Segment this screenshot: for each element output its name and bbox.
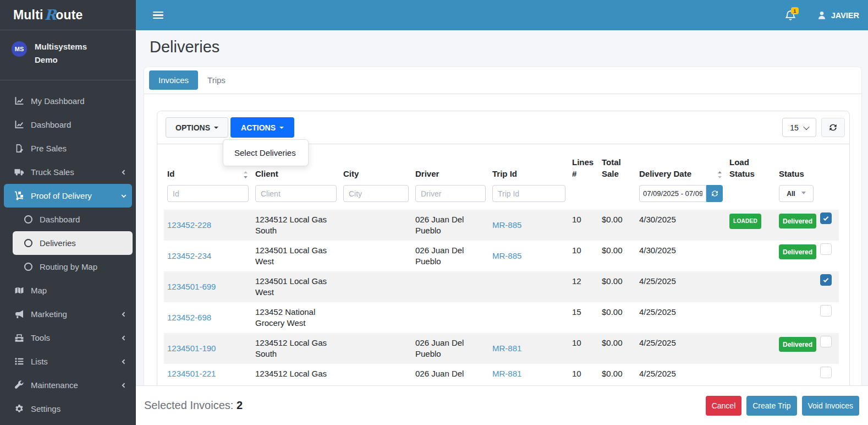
client-cell: 1234501 Local Gas West [252, 241, 340, 271]
sidebar-item-dashboard[interactable]: Dashboard [4, 113, 132, 137]
invoice-id-link[interactable]: 123452-234 [167, 251, 211, 260]
row-checkbox[interactable] [820, 367, 832, 378]
trip-id-link[interactable]: MR-881 [492, 344, 521, 353]
sort-icon [717, 171, 723, 179]
column-header-status[interactable]: Status [776, 144, 817, 185]
tab-bar: InvoicesTrips [144, 67, 861, 94]
notification-badge: 1 [791, 7, 799, 14]
brand-logo[interactable]: MultiRoute [0, 0, 136, 30]
city-cell [340, 210, 412, 241]
row-checkbox[interactable] [820, 336, 832, 347]
gear-icon [14, 404, 25, 413]
chevron-left-icon [120, 311, 127, 318]
user-menu[interactable]: JAVIER [817, 10, 859, 20]
table-row: 1234501-699 1234501 Local Gas West 12 $0… [164, 271, 839, 302]
client-cell: 1234512 Local Gas [252, 364, 340, 384]
column-header-trip-id[interactable]: Trip Id [489, 144, 569, 185]
menu-item-select-deliveries[interactable]: Select Deliveries [223, 144, 308, 161]
tab-invoices[interactable]: Invoices [149, 70, 198, 90]
invoice-id-link[interactable]: 123452-228 [167, 220, 211, 230]
row-checkbox[interactable] [820, 243, 832, 255]
delivery-date-cell: 4/25/2025 [636, 302, 726, 333]
tab-trips[interactable]: Trips [198, 70, 235, 90]
invoice-id-link[interactable]: 1234501-190 [167, 344, 216, 353]
filter-date-range-input[interactable] [639, 185, 706, 202]
hamburger-menu-icon[interactable] [153, 10, 163, 20]
selection-footer: Selected Invoices: 2 CancelCreate TripVo… [136, 385, 868, 425]
user-panel-name: Multisystems Demo [35, 40, 101, 67]
create-trip-button[interactable]: Create Trip [746, 396, 796, 416]
actions-button[interactable]: ACTIONS [230, 117, 294, 138]
total-sale-cell: $0.00 [598, 333, 636, 364]
column-header-select [817, 144, 839, 185]
refresh-icon [711, 189, 719, 198]
column-header-load-status[interactable]: Load Status [726, 144, 776, 185]
filter-city-input[interactable] [343, 185, 409, 202]
bullhorn-icon [14, 309, 25, 319]
city-cell [340, 241, 412, 271]
invoice-id-link[interactable]: 1234501-699 [167, 282, 216, 291]
delivery-status-badge: Delivered [779, 244, 816, 259]
chevron-left-icon [120, 382, 127, 389]
brand-part1: Multi [13, 8, 43, 23]
sidebar-item-tools[interactable]: Tools [4, 326, 132, 350]
chevron-down-icon [803, 123, 809, 129]
cancel-button[interactable]: Cancel [706, 396, 742, 416]
filter-id-input[interactable] [167, 185, 249, 202]
sidebar-item-my-dashboard[interactable]: My Dashboard [4, 89, 132, 113]
caret-down-icon [214, 127, 218, 129]
sidebar-item-routing-by-map[interactable]: Routing by Map [13, 255, 133, 279]
sidebar-item-proof-of-delivery[interactable]: Proof of Delivery [4, 184, 132, 208]
caret-down-icon [801, 192, 806, 194]
deliveries-card: InvoicesTrips OPTIONS ACTIONS 15 Select … [144, 67, 861, 425]
sidebar-item-deliveries[interactable]: Deliveries [13, 231, 133, 255]
lines-cell: 10 [569, 364, 598, 384]
map-icon [14, 286, 25, 295]
city-cell [340, 302, 412, 333]
sidebar-item-settings[interactable]: Settings [4, 397, 132, 421]
chart-line-icon [14, 96, 25, 106]
avatar: MS [12, 41, 27, 57]
filter-client-input[interactable] [255, 185, 337, 202]
column-header-city[interactable]: City [340, 144, 412, 185]
sidebar-item-lists[interactable]: Lists [4, 350, 132, 373]
driver-cell: 026 Juan Del Pueblo [412, 241, 489, 271]
sidebar-item-marketing[interactable]: Marketing [4, 302, 132, 326]
trip-id-link[interactable]: MR-885 [492, 220, 521, 230]
options-button[interactable]: OPTIONS [166, 117, 228, 138]
trip-id-link[interactable]: MR-881 [492, 369, 521, 378]
void-invoices-button[interactable]: Void Invoices [802, 396, 860, 416]
column-header-driver[interactable]: Driver [412, 144, 489, 185]
sidebar-item-pre-sales[interactable]: Pre Sales [4, 137, 132, 160]
invoice-id-link[interactable]: 123452-698 [167, 313, 211, 322]
topbar: 1 JAVIER [136, 0, 868, 30]
invoice-id-link[interactable]: 1234501-221 [167, 369, 216, 378]
sidebar-item-map[interactable]: Map [4, 279, 132, 302]
user-panel[interactable]: MS Multisystems Demo [0, 30, 136, 80]
date-refresh-button[interactable] [706, 185, 723, 202]
dolly-icon [14, 191, 25, 200]
filter-status-select[interactable]: All [779, 185, 814, 202]
trip-id-link[interactable]: MR-885 [492, 251, 521, 260]
column-header-delivery-date[interactable]: Delivery Date [636, 144, 726, 185]
content: Deliveries InvoicesTrips OPTIONS ACTIONS… [136, 30, 868, 425]
filter-driver-input[interactable] [415, 185, 486, 202]
sidebar-item-dashboard[interactable]: Dashboard [13, 208, 133, 231]
page-size-select[interactable]: 15 [782, 118, 816, 137]
refresh-button[interactable] [821, 118, 845, 137]
sort-icon [243, 171, 249, 179]
column-header-lines[interactable]: Lines # [569, 144, 598, 185]
row-checkbox[interactable] [820, 305, 832, 317]
client-cell: 1234512 Local Gas South [252, 210, 340, 241]
column-header-total-sale[interactable]: Total Sale [598, 144, 636, 185]
sidebar-item-maintenance[interactable]: Maintenance [4, 373, 132, 397]
lines-cell: 10 [569, 210, 598, 241]
row-checkbox[interactable] [820, 274, 832, 286]
city-cell [340, 364, 412, 384]
sidebar-item-truck-sales[interactable]: Truck Sales [4, 160, 132, 184]
file-pen-icon [14, 144, 25, 153]
filter-trip-id-input[interactable] [492, 185, 565, 202]
row-checkbox[interactable] [820, 212, 832, 224]
circle-icon [24, 263, 32, 271]
notifications-button[interactable]: 1 [785, 9, 796, 21]
